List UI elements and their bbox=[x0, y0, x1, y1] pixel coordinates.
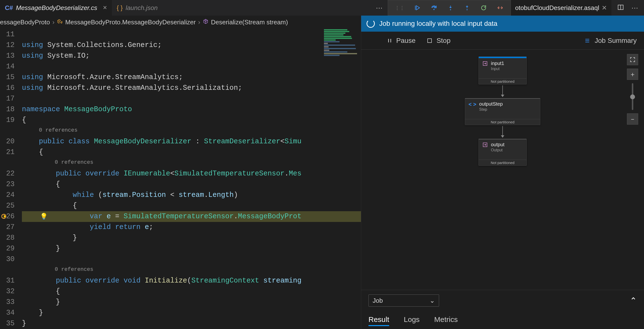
code-line[interactable]: } bbox=[22, 308, 361, 318]
code-line[interactable]: public override void Initialize(Streamin… bbox=[22, 276, 361, 286]
close-icon[interactable]: ✕ bbox=[602, 4, 607, 12]
continue-button[interactable] bbox=[414, 4, 421, 12]
code-line[interactable]: using System.IO; bbox=[22, 50, 361, 61]
codelens-references[interactable]: 0 references bbox=[22, 265, 361, 276]
json-icon: { } bbox=[117, 4, 123, 12]
csharp-icon: C# bbox=[5, 4, 13, 12]
code-line[interactable] bbox=[22, 94, 361, 104]
debug-toolbar: ⋮⋮ bbox=[388, 0, 511, 16]
svg-point-1 bbox=[450, 9, 451, 10]
job-controls: Pause Stop Job Summary bbox=[361, 32, 644, 50]
job-summary-button[interactable]: Job Summary bbox=[584, 37, 637, 44]
job-summary-label: Job Summary bbox=[594, 37, 637, 44]
line-number: 16 bbox=[0, 83, 14, 94]
chevron-down-icon: ⌄ bbox=[430, 297, 435, 304]
spinner-icon bbox=[366, 20, 375, 28]
code-line[interactable]: } bbox=[22, 318, 361, 329]
diagram-node-input[interactable]: input1 Input Not partitioned bbox=[478, 56, 527, 84]
more-actions-icon[interactable]: ⋯ bbox=[631, 4, 638, 12]
node-subtitle: Step bbox=[479, 107, 503, 112]
code-line[interactable]: { bbox=[22, 179, 361, 190]
node-title: output bbox=[491, 142, 504, 148]
result-tab-metrics[interactable]: Metrics bbox=[434, 314, 458, 326]
fit-to-screen-button[interactable] bbox=[627, 54, 638, 65]
code-line[interactable]: { bbox=[22, 147, 361, 158]
line-number: 35 bbox=[0, 318, 14, 329]
code-line[interactable]: var e = SimulatedTemperatureSensor.Messa… bbox=[22, 211, 361, 222]
breadcrumb[interactable]: essageBodyProto › MessageBodyProto.Messa… bbox=[0, 16, 361, 29]
code-line[interactable] bbox=[22, 61, 361, 72]
code-line[interactable]: } bbox=[22, 243, 361, 254]
job-diagram[interactable]: input1 Input Not partitioned < > outputS… bbox=[361, 50, 644, 290]
code-line[interactable] bbox=[22, 254, 361, 265]
code-line[interactable]: } bbox=[22, 233, 361, 243]
code-line[interactable]: public class MessageBodyDeserializer : S… bbox=[22, 136, 361, 147]
node-footer: Not partitioned bbox=[479, 78, 526, 84]
tab-launch-json[interactable]: { } launch.json bbox=[112, 0, 162, 16]
tab-active-file[interactable]: C# MessageBodyDeserializer.cs ✕ bbox=[0, 0, 112, 16]
line-number: 28 bbox=[0, 233, 14, 243]
code-line[interactable]: { bbox=[22, 200, 361, 211]
class-icon bbox=[57, 18, 63, 26]
line-number: 33 bbox=[0, 297, 14, 308]
code-line[interactable]: { bbox=[22, 115, 361, 126]
tab-overflow-icon[interactable]: ⋯ bbox=[371, 4, 388, 12]
execution-pointer-icon bbox=[2, 213, 8, 222]
pause-button[interactable]: Pause bbox=[387, 37, 416, 44]
step-over-button[interactable] bbox=[430, 4, 438, 12]
restart-button[interactable] bbox=[480, 4, 487, 12]
diagram-node-step[interactable]: < > outputStep Step Not partitioned bbox=[465, 98, 540, 125]
codelens-references[interactable]: 0 references bbox=[22, 126, 361, 136]
lightbulb-icon[interactable]: 💡 bbox=[40, 213, 48, 220]
zoom-in-button[interactable]: ＋ bbox=[627, 68, 638, 80]
code-line[interactable]: namespace MessageBodyProto bbox=[22, 104, 361, 115]
code-content[interactable]: using System.Collections.Generic;using S… bbox=[22, 29, 361, 329]
step-into-button[interactable] bbox=[447, 4, 454, 12]
result-tab-result[interactable]: Result bbox=[368, 314, 389, 326]
line-number: 19 bbox=[0, 115, 14, 126]
codelens-references[interactable]: 0 references bbox=[22, 158, 361, 168]
svg-rect-6 bbox=[428, 39, 432, 42]
line-number: 14 bbox=[0, 61, 14, 72]
code-line[interactable]: using Microsoft.Azure.StreamAnalytics; bbox=[22, 72, 361, 83]
split-editor-icon[interactable] bbox=[617, 4, 624, 12]
chevron-up-icon[interactable]: ⌃ bbox=[630, 296, 637, 306]
arrow-icon bbox=[501, 125, 504, 139]
breadcrumb-item[interactable]: MessageBodyProto.MessageBodyDeserializer bbox=[65, 18, 196, 26]
code-editor[interactable]: 1112131415161718192021222324252627282930… bbox=[0, 29, 361, 329]
chevron-right-icon: › bbox=[198, 18, 200, 26]
line-number: 32 bbox=[0, 286, 14, 297]
input-icon bbox=[482, 60, 488, 68]
code-line[interactable]: while (stream.Position < stream.Length) bbox=[22, 190, 361, 200]
method-icon bbox=[203, 18, 208, 26]
output-icon bbox=[482, 142, 488, 149]
zoom-slider[interactable] bbox=[632, 83, 633, 110]
breadcrumb-item[interactable]: essageBodyProto bbox=[0, 18, 50, 26]
code-line[interactable]: using System.Collections.Generic; bbox=[22, 40, 361, 50]
tab-label: MessageBodyDeserializer.cs bbox=[16, 4, 97, 12]
job-select-dropdown[interactable]: Job ⌄ bbox=[368, 294, 439, 306]
stop-label: Stop bbox=[436, 37, 450, 44]
line-number-gutter: 1112131415161718192021222324252627282930… bbox=[0, 29, 22, 329]
tab-asaql-file[interactable]: otobufCloudDeserializer.asaql ✕ bbox=[511, 0, 612, 16]
diagram-node-output[interactable]: output Output Not partitioned bbox=[478, 139, 527, 166]
minimap[interactable] bbox=[322, 29, 361, 92]
breadcrumb-item[interactable]: Deserialize(Stream stream) bbox=[211, 18, 288, 26]
close-icon[interactable]: ✕ bbox=[103, 4, 107, 11]
zoom-out-button[interactable]: － bbox=[627, 114, 638, 124]
node-title: input1 bbox=[491, 60, 504, 66]
code-line[interactable]: } bbox=[22, 297, 361, 308]
chevron-right-icon: › bbox=[52, 18, 54, 26]
code-line[interactable]: yield return e; bbox=[22, 222, 361, 233]
editor-pane: essageBodyProto › MessageBodyProto.Messa… bbox=[0, 16, 361, 329]
drag-grip-icon[interactable]: ⋮⋮ bbox=[395, 5, 404, 11]
result-tab-logs[interactable]: Logs bbox=[404, 314, 420, 326]
disconnect-button[interactable] bbox=[496, 4, 504, 12]
code-line[interactable] bbox=[22, 29, 361, 40]
stop-button[interactable]: Stop bbox=[427, 37, 450, 44]
line-number: 18 bbox=[0, 104, 14, 115]
code-line[interactable]: public override IEnumerable<SimulatedTem… bbox=[22, 168, 361, 179]
code-line[interactable]: using Microsoft.Azure.StreamAnalytics.Se… bbox=[22, 83, 361, 94]
step-out-button[interactable] bbox=[464, 4, 471, 12]
code-line[interactable]: { bbox=[22, 286, 361, 297]
